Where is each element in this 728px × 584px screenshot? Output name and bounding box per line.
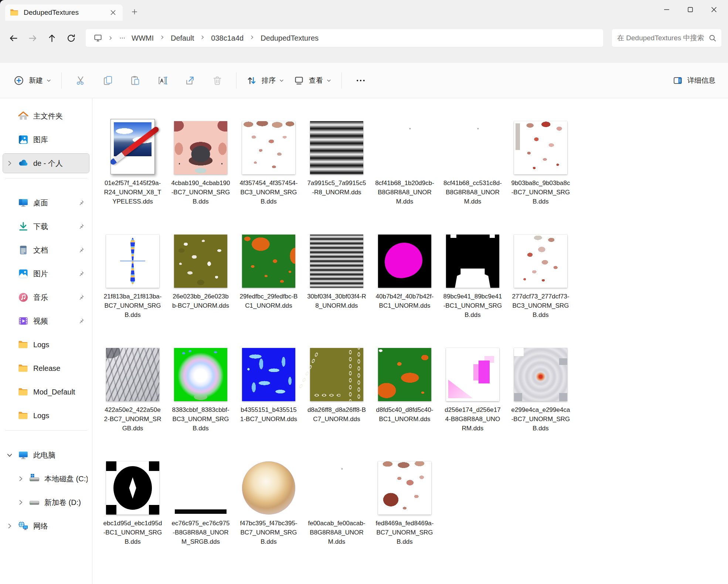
file-item[interactable]: 30bf03f4_30bf03f4-R8_UNORM.dds: [303, 223, 371, 336]
view-button[interactable]: 查看: [289, 72, 336, 89]
file-item[interactable]: 9b03ba8c_9b03ba8c-BC7_UNORM_SRGB.dds: [507, 109, 575, 223]
navigation-bar: WWMIDefault038c1a4dDedupedTextures: [0, 21, 728, 63]
new-tab-button[interactable]: [128, 5, 141, 18]
chevron-right-icon[interactable]: [249, 34, 255, 41]
file-grid: 01e2f57f_4145f29a-R24_UNORM_X8_TYPELESS.…: [92, 98, 728, 563]
drive-c-icon: [29, 473, 40, 484]
sidebar-item-network[interactable]: 网络: [3, 516, 89, 536]
breadcrumb-ellipsis-button[interactable]: [118, 34, 127, 42]
sidebar-item-music[interactable]: 音乐: [3, 288, 89, 307]
file-item[interactable]: 7a9915c5_7a9915c5-R8_UNORM.dds: [303, 109, 371, 223]
file-item[interactable]: e299e4ca_e299e4ca-BC7_UNORM_SRGB.dds: [507, 336, 575, 450]
chevron-right-icon[interactable]: [199, 34, 206, 41]
sidebar-item-desktop[interactable]: 桌面: [3, 193, 89, 212]
file-item[interactable]: fed8469a_fed8469a-BC7_UNORM_SRGB.dds: [371, 450, 439, 563]
sidebar-item-disk-c[interactable]: 本地磁盘 (C:): [14, 469, 89, 488]
chevron-slot: [6, 341, 15, 348]
sidebar-item-downloads[interactable]: 下载: [3, 217, 89, 236]
expand-chevron-icon[interactable]: [6, 522, 15, 530]
minimize-button[interactable]: [655, 0, 678, 19]
chevron-right-icon[interactable]: [159, 34, 166, 41]
back-button[interactable]: [4, 30, 23, 46]
file-item[interactable]: 29fedfbc_29fedfbc-BC1_UNORM.dds: [235, 223, 303, 336]
maximize-button[interactable]: [678, 0, 702, 19]
new-button[interactable]: 新建: [9, 72, 56, 89]
file-item[interactable]: 422a50e2_422a50e2-BC7_UNORM_SRGB.dds: [99, 336, 167, 450]
expand-chevron-icon[interactable]: [17, 499, 26, 506]
rename-button[interactable]: [152, 71, 173, 90]
sidebar-item-disk-d[interactable]: 新加卷 (D:): [14, 493, 89, 512]
breadcrumb-item[interactable]: WWMI: [129, 33, 157, 44]
chevron-right-icon[interactable]: [107, 35, 114, 41]
device-icon[interactable]: [93, 33, 103, 43]
tab-close-icon[interactable]: [108, 7, 118, 18]
file-name: 7a9915c5_7a9915c5-R8_UNORM.dds: [307, 178, 366, 197]
share-button[interactable]: [180, 71, 200, 90]
file-item[interactable]: 21f813ba_21f813ba-BC7_UNORM_SRGB.dds: [99, 223, 167, 336]
breadcrumb-item[interactable]: Default: [168, 33, 197, 44]
command-toolbar: 新建 排序 查看: [0, 63, 728, 98]
sidebar-item-logs2[interactable]: Logs: [3, 406, 89, 425]
file-thumbnail-wrap: [310, 450, 363, 515]
file-item[interactable]: 89bc9e41_89bc9e41-BC1_UNORM_SRGB.dds: [439, 223, 507, 336]
delete-button[interactable]: [207, 71, 228, 90]
sidebar-item-home[interactable]: 主文件夹: [3, 106, 89, 126]
file-item[interactable]: f47bc395_f47bc395-BC7_UNORM_SRGB.dds: [235, 450, 303, 563]
file-item[interactable]: 26e023bb_26e023bb-BC7_UNORM.dds: [167, 223, 235, 336]
plus-circle-icon: [13, 75, 24, 86]
cut-button[interactable]: [70, 71, 91, 90]
search-input[interactable]: [616, 34, 705, 42]
sidebar-item-mod-default[interactable]: Mod_Default: [3, 382, 89, 402]
file-thumbnail-wrap: [378, 109, 431, 174]
sidebar-item-this-pc[interactable]: 此电脑: [3, 445, 89, 465]
details-pane-button[interactable]: 详细信息: [669, 72, 719, 89]
copy-button[interactable]: [98, 71, 118, 90]
breadcrumb-item[interactable]: DedupedTextures: [258, 33, 322, 44]
file-item[interactable]: ec76c975_ec76c975-B8G8R8A8_UNORM_SRGB.dd…: [167, 450, 235, 563]
refresh-button[interactable]: [61, 30, 81, 46]
file-thumbnail: [446, 121, 499, 174]
sidebar-item-videos[interactable]: 视频: [3, 311, 89, 331]
main-area: 主文件夹图库de - 个人桌面下载文档图片音乐视频LogsReleaseMod_…: [0, 98, 728, 584]
file-name: 01e2f57f_4145f29a-R24_UNORM_X8_TYPELESS.…: [103, 178, 162, 206]
file-item[interactable]: 4f357454_4f357454-BC3_UNORM_SRGB.dds: [235, 109, 303, 223]
expand-chevron-icon[interactable]: [6, 160, 15, 167]
file-item[interactable]: 8cf41b68_1b20d9cb-B8G8R8A8_UNORM.dds: [371, 109, 439, 223]
sidebar-item-documents[interactable]: 文档: [3, 240, 89, 260]
back-icon: [8, 33, 18, 43]
file-item[interactable]: ebc1d95d_ebc1d95d-BC1_UNORM_SRGB.dds: [99, 450, 167, 563]
sidebar-item-pictures[interactable]: 图片: [3, 264, 89, 283]
close-button[interactable]: [702, 0, 726, 19]
file-thumbnail: [514, 348, 567, 401]
tab-dedupedtextures[interactable]: DedupedTextures: [5, 4, 123, 21]
up-button[interactable]: [42, 30, 61, 46]
copy-icon: [102, 75, 113, 86]
expand-chevron-icon[interactable]: [17, 475, 26, 482]
pin-icon: [77, 270, 85, 277]
more-options-button[interactable]: [350, 71, 371, 90]
sidebar-item-logs[interactable]: Logs: [3, 335, 89, 354]
sidebar-item-gallery[interactable]: 图库: [3, 130, 89, 149]
file-item[interactable]: b4355151_b4355151-BC7_UNORM.dds: [235, 336, 303, 450]
forward-button[interactable]: [23, 30, 42, 46]
file-item[interactable]: 01e2f57f_4145f29a-R24_UNORM_X8_TYPELESS.…: [99, 109, 167, 223]
file-item[interactable]: 8383cbbf_8383cbbf-BC3_UNORM_SRGB.dds: [167, 336, 235, 450]
file-item[interactable]: 40b7b42f_40b7b42f-BC1_UNORM.dds: [371, 223, 439, 336]
file-item[interactable]: 4cbab190_4cbab190-BC7_UNORM_SRGB.dds: [167, 109, 235, 223]
sort-button[interactable]: 排序: [242, 72, 289, 89]
sidebar-item-release[interactable]: Release: [3, 359, 89, 378]
file-item[interactable]: d8a26ff8_d8a26ff8-BC7_UNORM.dds: [303, 336, 371, 450]
sidebar-item-onedrive[interactable]: de - 个人: [3, 154, 89, 173]
paste-button[interactable]: [125, 71, 146, 90]
file-name: 422a50e2_422a50e2-BC7_UNORM_SRGB.dds: [103, 405, 162, 433]
file-item[interactable]: d256e174_d256e174-B8G8R8A8_UNORM.dds: [439, 336, 507, 450]
breadcrumb-item[interactable]: 038c1a4d: [208, 33, 246, 44]
file-item[interactable]: 277dcf73_277dcf73-BC3_UNORM_SRGB.dds: [507, 223, 575, 336]
file-item[interactable]: fe00acab_fe00acab-B8G8R8A8_UNORM.dds: [303, 450, 371, 563]
file-name: 8cf41b68_1b20d9cb-B8G8R8A8_UNORM.dds: [375, 178, 434, 206]
search-icon[interactable]: [708, 34, 717, 42]
expand-chevron-icon[interactable]: [6, 451, 15, 459]
file-item[interactable]: d8fd5c40_d8fd5c40-BC1_UNORM.dds: [371, 336, 439, 450]
file-thumbnail-wrap: [110, 109, 155, 174]
file-item[interactable]: 8cf41b68_cc531c8d-B8G8R8A8_UNORM.dds: [439, 109, 507, 223]
